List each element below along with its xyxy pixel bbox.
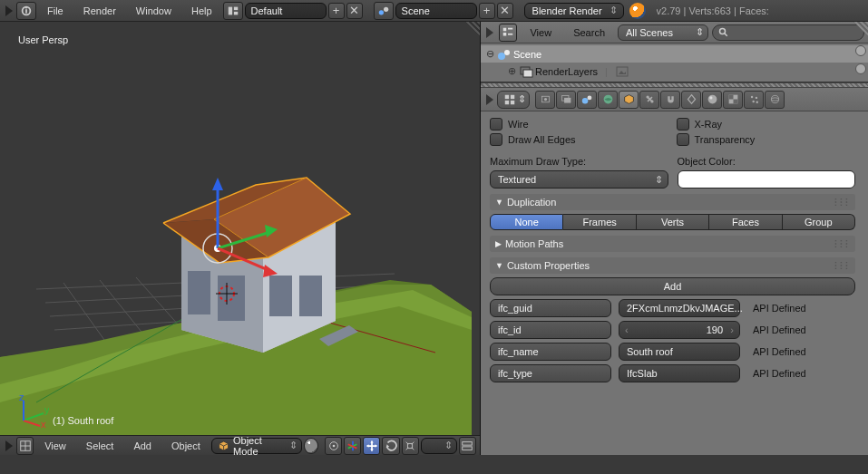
restrict-toggle[interactable] xyxy=(855,45,866,56)
outliner-search-input[interactable] xyxy=(712,24,864,41)
panel-duplication[interactable]: ▼Duplication᎒᎒᎒ xyxy=(490,194,855,210)
tab-particles[interactable] xyxy=(744,91,764,109)
menu-file[interactable]: File xyxy=(38,0,73,22)
dup-group-button[interactable]: Group xyxy=(783,214,855,230)
outliner-editor-type-icon[interactable] xyxy=(486,27,493,38)
properties-context-select[interactable] xyxy=(497,91,530,109)
tab-constraints[interactable] xyxy=(639,91,659,109)
tab-texture[interactable] xyxy=(723,91,743,109)
properties-body[interactable]: Wire X-Ray Draw All Edges Transparency M… xyxy=(481,111,868,455)
prop-value-field[interactable]: 2FXcmLnmzDkvJMAGE... xyxy=(619,299,740,317)
prop-name-field[interactable]: ifc_name xyxy=(490,343,611,361)
restrict-toggle[interactable] xyxy=(855,63,866,74)
tab-object[interactable] xyxy=(619,91,639,109)
custom-add-button[interactable]: Add xyxy=(490,277,855,295)
outliner-row-scene[interactable]: ⊖ Scene xyxy=(481,45,868,63)
3dview-menu-select[interactable]: Select xyxy=(77,435,123,457)
display-row1: Wire X-Ray xyxy=(490,118,855,131)
rotate-manipulator-button[interactable] xyxy=(382,437,399,455)
dup-verts-button[interactable]: Verts xyxy=(637,214,709,230)
outliner-menu-search[interactable]: Search xyxy=(564,22,614,44)
screen-delete-button[interactable]: ✕ xyxy=(346,3,363,19)
mini-axes-gizmo: y x z xyxy=(16,395,49,428)
scene-name-field[interactable]: Scene xyxy=(395,3,477,19)
cube-icon xyxy=(218,440,229,452)
3dview-menu-view[interactable]: View xyxy=(35,435,75,457)
scene-delete-button[interactable]: ✕ xyxy=(497,3,513,19)
tab-data[interactable] xyxy=(681,91,701,109)
info-editor-type-icon[interactable] xyxy=(5,5,13,16)
transparency-checkbox[interactable] xyxy=(677,133,689,146)
panel-motion-paths[interactable]: ▶Motion Paths᎒᎒᎒ xyxy=(490,236,855,252)
orientation-select[interactable] xyxy=(421,438,457,454)
tree-expand-icon[interactable]: ⊖ xyxy=(484,48,495,60)
prop-name-field[interactable]: ifc_type xyxy=(490,364,611,382)
scene-name-value: Scene xyxy=(402,5,430,16)
scale-manipulator-button[interactable] xyxy=(402,437,419,455)
max-draw-type-value: Textured xyxy=(498,174,536,185)
menu-window[interactable]: Window xyxy=(127,0,180,22)
api-defined-label: API Defined xyxy=(753,368,806,379)
prop-name-field[interactable]: ifc_guid xyxy=(490,299,611,317)
manipulator-toggle[interactable] xyxy=(344,437,361,455)
outliner-tree[interactable]: ⊖ Scene ⊕ RenderLayers | xyxy=(481,44,868,82)
menu-help[interactable]: Help xyxy=(182,0,221,22)
properties-editor-type-icon[interactable] xyxy=(486,94,493,105)
wire-checkbox[interactable] xyxy=(490,118,502,131)
3dview-editor-type-icon[interactable] xyxy=(5,440,13,451)
tab-material[interactable] xyxy=(702,91,722,109)
prop-value-field[interactable]: IfcSlab xyxy=(619,364,740,382)
tab-renderlayers[interactable] xyxy=(556,91,576,109)
outliner-scope-label: All Scenes xyxy=(626,27,673,38)
tab-modifiers[interactable] xyxy=(660,91,680,109)
blender-logo-icon xyxy=(629,3,646,19)
3d-viewport[interactable]: User Persp xyxy=(0,22,481,455)
layers-button[interactable] xyxy=(459,437,476,455)
translate-manipulator-button[interactable] xyxy=(363,437,380,455)
svg-point-111 xyxy=(752,101,754,102)
scene-add-button[interactable]: + xyxy=(479,3,495,19)
scene-browse-button[interactable] xyxy=(374,2,394,20)
dup-faces-button[interactable]: Faces xyxy=(709,214,782,230)
tab-render[interactable] xyxy=(535,91,555,109)
max-draw-type-select[interactable]: Textured xyxy=(490,170,668,189)
tab-physics[interactable] xyxy=(765,91,785,109)
outliner-search-field[interactable] xyxy=(733,27,858,38)
3dview-icon[interactable] xyxy=(16,437,34,455)
screen-layout-field[interactable]: Default xyxy=(245,3,327,19)
screen-browse-button[interactable] xyxy=(223,2,243,20)
svg-rect-27 xyxy=(299,276,322,316)
outliner-menu-view[interactable]: View xyxy=(521,22,561,44)
screen-add-button[interactable]: + xyxy=(328,3,345,19)
xray-checkbox[interactable] xyxy=(677,118,689,131)
prop-value-field[interactable]: South roof xyxy=(619,343,740,361)
stats-text: v2.79 | Verts:663 | Faces: xyxy=(657,5,769,16)
dup-none-button[interactable]: None xyxy=(490,214,563,230)
object-color-field[interactable] xyxy=(678,170,856,189)
3dview-menu-add[interactable]: Add xyxy=(124,435,161,457)
tab-world[interactable] xyxy=(598,91,618,109)
prop-value-field[interactable]: 190 xyxy=(619,321,740,339)
outliner-row-renderlayers[interactable]: ⊕ RenderLayers | xyxy=(481,63,868,80)
svg-point-7 xyxy=(384,6,388,11)
3dview-menu-object[interactable]: Object xyxy=(162,435,210,457)
menu-render[interactable]: Render xyxy=(74,0,125,22)
dup-frames-button[interactable]: Frames xyxy=(563,214,636,230)
mode-select[interactable]: Object Mode xyxy=(211,438,302,454)
custom-prop-row: ifc_name South roof API Defined xyxy=(490,343,855,361)
info-icon-button[interactable] xyxy=(16,2,36,20)
svg-point-102 xyxy=(650,100,653,102)
drawedges-checkbox[interactable] xyxy=(490,133,502,146)
outliner-icon[interactable] xyxy=(499,24,517,42)
svg-text:z: z xyxy=(19,395,24,402)
tree-expand-icon[interactable]: ⊕ xyxy=(506,65,517,77)
shading-select[interactable] xyxy=(304,438,318,454)
svg-point-6 xyxy=(378,10,383,15)
pivot-select[interactable] xyxy=(325,437,342,455)
prop-name-field[interactable]: ifc_id xyxy=(490,321,611,339)
tab-scene[interactable] xyxy=(577,91,597,109)
outliner-scope-select[interactable]: All Scenes xyxy=(618,24,708,41)
panel-custom-properties[interactable]: ▼Custom Properties᎒᎒᎒ xyxy=(490,257,855,274)
renderlayers-icon xyxy=(519,64,533,79)
render-engine-select[interactable]: Blender Render xyxy=(524,3,624,19)
